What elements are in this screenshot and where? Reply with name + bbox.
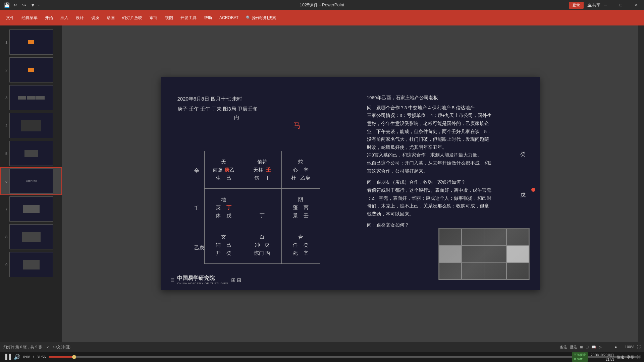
- slide: 2020年6月8日 四月十七 未时 庚子 壬午 壬午 丁未 阳3局 甲辰壬旬 丙…: [161, 77, 540, 290]
- slide-thumb-1[interactable]: 1: [0, 28, 62, 56]
- comments-button[interactable]: 批注: [570, 345, 577, 350]
- ime-sub: 简 简拼: [574, 357, 586, 361]
- ribbon-view[interactable]: 视图: [162, 14, 176, 22]
- ribbon-slideshow[interactable]: 幻灯片放映: [119, 14, 146, 22]
- slide-header: 2020年6月8日 四月十七 未时 庚子 壬午 壬午 丁未 阳3局 甲辰壬旬: [177, 94, 258, 114]
- close-button[interactable]: ✕: [629, 0, 644, 10]
- ribbon-start[interactable]: 开始: [42, 14, 56, 22]
- minimize-button[interactable]: ─: [598, 0, 613, 10]
- thumb-preview-6: 当前幻灯片: [9, 169, 53, 194]
- thumb-cell-4: [506, 229, 529, 246]
- logo-area: ≡ 中国易学研究院 CHINA ACADEMY OF YI STUDIES ⊞ …: [171, 275, 241, 285]
- q1-text: 问：跟哪个合作？3 中交地产 4 保利地产 5 信达地产 三家公司情况：3：亏损…: [367, 104, 530, 175]
- logo-lines-icon: ≡: [171, 276, 175, 284]
- ime-label: 五笔拼音: [574, 353, 586, 357]
- thumb-cell-7: [484, 246, 506, 262]
- reading-view-icon[interactable]: 📖: [591, 345, 596, 349]
- zoom-slider[interactable]: ────●──: [604, 345, 622, 349]
- thumb-preview-4: [9, 113, 53, 138]
- thumb-cell-10: [462, 263, 484, 280]
- slide-thumb-6[interactable]: 6 当前幻灯片: [0, 167, 62, 195]
- time-separator: /: [33, 355, 34, 359]
- fit-page-icon[interactable]: ⛶: [637, 345, 641, 349]
- time-display-right: 21:53: [591, 358, 614, 361]
- slideshow-icon[interactable]: ▷: [599, 345, 601, 349]
- slide-thumb-9[interactable]: 9: [0, 251, 62, 279]
- undo-icon[interactable]: ↩: [12, 2, 19, 8]
- right-text-block: 1969年己酉，石家庄地产公司老板 问：跟哪个合作？3 中交地产 4 保利地产 …: [367, 94, 530, 229]
- ribbon-acrobat[interactable]: ACROBAT: [216, 14, 242, 21]
- login-button[interactable]: 登录: [569, 2, 584, 9]
- slide-thumb-8[interactable]: 8: [0, 223, 62, 251]
- slide-num-8: 8: [3, 235, 7, 239]
- thumb-preview-9: [9, 252, 53, 277]
- thumb-preview-7: [9, 196, 53, 222]
- cell-1-3: 蛇 心 辛 杜 乙庚: [281, 151, 320, 189]
- title-bar: 💾 ↩ ↪ ▼ • 1025课件 - PowerPoint 登录 ☁ ♾ 共享 …: [0, 0, 644, 10]
- slide-num-1: 1: [3, 40, 7, 44]
- thumb-cell-8: [506, 246, 529, 262]
- ribbon-insert[interactable]: 插入: [57, 14, 72, 22]
- ime-box[interactable]: 五笔拼音 简 简拼: [572, 352, 588, 362]
- slide-thumb-3[interactable]: 3: [0, 84, 62, 112]
- ribbon-help[interactable]: 帮助: [201, 14, 215, 22]
- zoom-level: 100%: [625, 345, 634, 349]
- ribbon-search[interactable]: 🔍 操作说明搜索: [243, 14, 279, 22]
- date-line2: 庚子 壬午 壬午 丁未 阳3局 甲辰壬旬: [177, 104, 258, 114]
- thumb-preview-5: [9, 141, 53, 166]
- slide-thumb-5[interactable]: 5: [0, 139, 62, 167]
- slide-thumb-7[interactable]: 7: [0, 195, 62, 223]
- slide-thumb-4[interactable]: 4: [0, 112, 62, 139]
- ribbon-design[interactable]: 设计: [72, 14, 87, 22]
- ribbon-file[interactable]: 文件: [3, 14, 17, 22]
- thumb-preview-8: [9, 224, 53, 249]
- yi-row-label: 乙庚: [194, 245, 204, 251]
- red-dot: [531, 188, 535, 192]
- play-pause-button[interactable]: ▐▐: [3, 354, 11, 360]
- canvas-area[interactable]: 2020年6月8日 四月十七 未时 庚子 壬午 壬午 丁未 阳3局 甲辰壬旬 丙…: [62, 25, 638, 342]
- ribbon: 文件 经典菜单 开始 插入 设计 切换 动画 幻灯片放映 审阅 视图 开发工具 …: [0, 10, 644, 25]
- slide-info: 幻灯片 第 6 张，共 9 张: [3, 345, 42, 350]
- thumb-preview-1: [9, 29, 53, 55]
- wang-row-label: 壬: [194, 205, 199, 212]
- logo-grid-icon: ⊞ ⊞: [231, 277, 241, 283]
- volume-button[interactable]: 🔊: [14, 354, 20, 360]
- ribbon-classic[interactable]: 经典菜单: [18, 14, 41, 22]
- speed-label: 倍速: [617, 355, 624, 360]
- notes-button[interactable]: 备注: [560, 345, 567, 350]
- ribbon-animation[interactable]: 动画: [103, 14, 118, 22]
- thumb-cell-3: [484, 229, 506, 246]
- date-line1: 2020年6月8日 四月十七 未时: [177, 94, 258, 104]
- language: 中文(中国): [53, 345, 70, 350]
- video-right-controls: 五笔拼音 简 简拼 2020/10/29周日 21:53 倍速 字幕 ⛶: [572, 352, 641, 362]
- ribbon-transition[interactable]: 切换: [88, 14, 103, 22]
- quick-access: 💾 ↩ ↪ ▼ •: [3, 2, 40, 8]
- cell-2-3: 阴 蓬 丙 景 壬: [281, 189, 320, 226]
- status-bar: 幻灯片 第 6 张，共 9 张 ✓ 中文(中国) 备注 批注 ⊞ ⊟ 📖 ▷ ─…: [0, 342, 644, 352]
- slide-num-7: 7: [3, 207, 7, 211]
- check-mark: ✓: [46, 345, 49, 349]
- ribbon-devtools[interactable]: 开发工具: [177, 14, 200, 22]
- progress-bar[interactable]: [49, 356, 641, 358]
- datetime-display: 2020/10/29周日 21:53: [591, 353, 614, 361]
- custom-icon[interactable]: ▼: [30, 2, 36, 8]
- cell-3-2: 白 冲 戊 惊门 丙: [243, 226, 281, 264]
- slide-sorter-icon[interactable]: ⊟: [586, 345, 589, 349]
- ribbon-review[interactable]: 审阅: [146, 14, 161, 22]
- q2-text: 问：跟朋友（庚戊）合作，收购一家银行如何？ 看值符或时干都行，这个银行1、表面好…: [367, 178, 530, 218]
- thumb-preview-3: [9, 85, 53, 110]
- fullscreen-icon[interactable]: ⛶: [637, 355, 641, 359]
- save-icon[interactable]: 💾: [3, 2, 10, 8]
- slide-num-6: 6: [3, 179, 7, 183]
- bazi-table: 天 茴禽 庚乙 生 己 值符 天柱 壬 伤 丁: [204, 151, 320, 264]
- normal-view-icon[interactable]: ⊞: [580, 345, 583, 349]
- progress-dot: [72, 355, 76, 359]
- subtitle-label: 字幕: [627, 355, 634, 360]
- main-area: 1 2 3 4: [0, 25, 644, 342]
- maximize-button[interactable]: □: [613, 0, 629, 10]
- right-scrollbar[interactable]: [638, 25, 644, 342]
- slide-thumb-2[interactable]: 2: [0, 56, 62, 84]
- redo-icon[interactable]: ↪: [21, 2, 28, 8]
- slide-num-9: 9: [3, 263, 7, 267]
- cell-3-1: 玄 辅 己 开 癸: [204, 226, 243, 264]
